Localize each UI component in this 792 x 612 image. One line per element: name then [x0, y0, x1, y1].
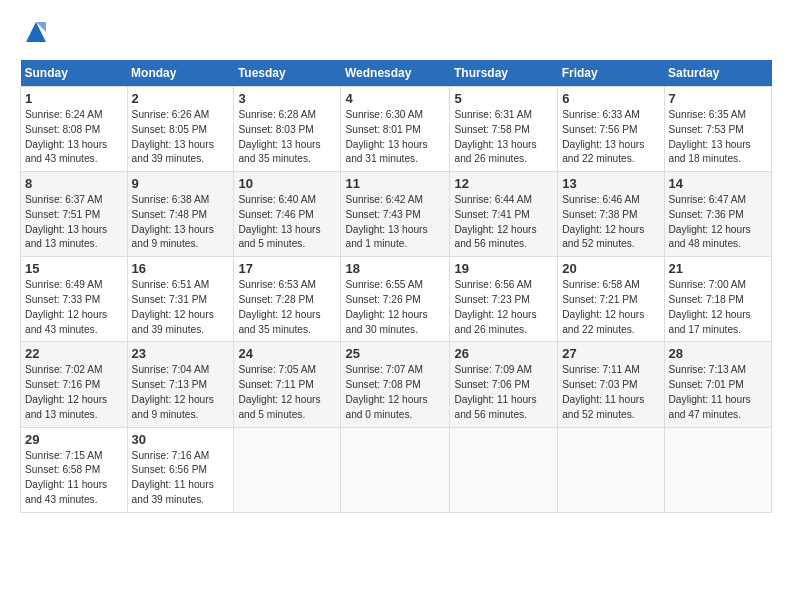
calendar-table: SundayMondayTuesdayWednesdayThursdayFrid…	[20, 60, 772, 513]
calendar-cell: 20Sunrise: 6:58 AMSunset: 7:21 PMDayligh…	[558, 257, 664, 342]
day-number: 28	[669, 346, 767, 361]
day-number: 3	[238, 91, 336, 106]
day-number: 30	[132, 432, 230, 447]
calendar-cell: 14Sunrise: 6:47 AMSunset: 7:36 PMDayligh…	[664, 172, 771, 257]
calendar-cell	[558, 427, 664, 512]
day-info: Sunrise: 6:31 AMSunset: 7:58 PMDaylight:…	[454, 108, 553, 167]
calendar-cell: 27Sunrise: 7:11 AMSunset: 7:03 PMDayligh…	[558, 342, 664, 427]
header-wednesday: Wednesday	[341, 60, 450, 87]
day-number: 14	[669, 176, 767, 191]
header-sunday: Sunday	[21, 60, 128, 87]
day-number: 6	[562, 91, 659, 106]
day-info: Sunrise: 6:40 AMSunset: 7:46 PMDaylight:…	[238, 193, 336, 252]
calendar-cell: 4Sunrise: 6:30 AMSunset: 8:01 PMDaylight…	[341, 87, 450, 172]
calendar-week-row: 29Sunrise: 7:15 AMSunset: 6:58 PMDayligh…	[21, 427, 772, 512]
day-number: 17	[238, 261, 336, 276]
day-info: Sunrise: 6:49 AMSunset: 7:33 PMDaylight:…	[25, 278, 123, 337]
day-number: 8	[25, 176, 123, 191]
day-number: 29	[25, 432, 123, 447]
day-info: Sunrise: 7:02 AMSunset: 7:16 PMDaylight:…	[25, 363, 123, 422]
calendar-cell: 1Sunrise: 6:24 AMSunset: 8:08 PMDaylight…	[21, 87, 128, 172]
calendar-cell: 17Sunrise: 6:53 AMSunset: 7:28 PMDayligh…	[234, 257, 341, 342]
calendar-cell: 22Sunrise: 7:02 AMSunset: 7:16 PMDayligh…	[21, 342, 128, 427]
calendar-cell: 15Sunrise: 6:49 AMSunset: 7:33 PMDayligh…	[21, 257, 128, 342]
day-number: 26	[454, 346, 553, 361]
calendar-cell: 5Sunrise: 6:31 AMSunset: 7:58 PMDaylight…	[450, 87, 558, 172]
calendar-cell: 8Sunrise: 6:37 AMSunset: 7:51 PMDaylight…	[21, 172, 128, 257]
day-number: 9	[132, 176, 230, 191]
calendar-cell: 19Sunrise: 6:56 AMSunset: 7:23 PMDayligh…	[450, 257, 558, 342]
day-info: Sunrise: 7:15 AMSunset: 6:58 PMDaylight:…	[25, 449, 123, 508]
day-info: Sunrise: 7:11 AMSunset: 7:03 PMDaylight:…	[562, 363, 659, 422]
day-number: 25	[345, 346, 445, 361]
day-info: Sunrise: 6:46 AMSunset: 7:38 PMDaylight:…	[562, 193, 659, 252]
calendar-cell: 3Sunrise: 6:28 AMSunset: 8:03 PMDaylight…	[234, 87, 341, 172]
header-thursday: Thursday	[450, 60, 558, 87]
calendar-cell: 29Sunrise: 7:15 AMSunset: 6:58 PMDayligh…	[21, 427, 128, 512]
calendar-cell: 13Sunrise: 6:46 AMSunset: 7:38 PMDayligh…	[558, 172, 664, 257]
day-info: Sunrise: 6:26 AMSunset: 8:05 PMDaylight:…	[132, 108, 230, 167]
day-number: 20	[562, 261, 659, 276]
day-number: 19	[454, 261, 553, 276]
calendar-week-row: 22Sunrise: 7:02 AMSunset: 7:16 PMDayligh…	[21, 342, 772, 427]
logo-icon	[22, 18, 50, 46]
calendar-cell: 10Sunrise: 6:40 AMSunset: 7:46 PMDayligh…	[234, 172, 341, 257]
calendar-cell: 25Sunrise: 7:07 AMSunset: 7:08 PMDayligh…	[341, 342, 450, 427]
logo	[20, 18, 50, 46]
calendar-cell: 6Sunrise: 6:33 AMSunset: 7:56 PMDaylight…	[558, 87, 664, 172]
day-number: 21	[669, 261, 767, 276]
day-number: 24	[238, 346, 336, 361]
day-number: 11	[345, 176, 445, 191]
day-info: Sunrise: 6:28 AMSunset: 8:03 PMDaylight:…	[238, 108, 336, 167]
day-info: Sunrise: 6:55 AMSunset: 7:26 PMDaylight:…	[345, 278, 445, 337]
day-info: Sunrise: 7:09 AMSunset: 7:06 PMDaylight:…	[454, 363, 553, 422]
day-number: 16	[132, 261, 230, 276]
calendar-cell: 28Sunrise: 7:13 AMSunset: 7:01 PMDayligh…	[664, 342, 771, 427]
calendar-cell	[234, 427, 341, 512]
day-info: Sunrise: 7:00 AMSunset: 7:18 PMDaylight:…	[669, 278, 767, 337]
day-info: Sunrise: 6:58 AMSunset: 7:21 PMDaylight:…	[562, 278, 659, 337]
day-info: Sunrise: 7:04 AMSunset: 7:13 PMDaylight:…	[132, 363, 230, 422]
day-info: Sunrise: 6:35 AMSunset: 7:53 PMDaylight:…	[669, 108, 767, 167]
day-info: Sunrise: 6:30 AMSunset: 8:01 PMDaylight:…	[345, 108, 445, 167]
day-info: Sunrise: 7:16 AMSunset: 6:56 PMDaylight:…	[132, 449, 230, 508]
day-number: 18	[345, 261, 445, 276]
day-info: Sunrise: 6:37 AMSunset: 7:51 PMDaylight:…	[25, 193, 123, 252]
day-number: 2	[132, 91, 230, 106]
day-info: Sunrise: 6:47 AMSunset: 7:36 PMDaylight:…	[669, 193, 767, 252]
calendar-cell	[664, 427, 771, 512]
day-info: Sunrise: 7:05 AMSunset: 7:11 PMDaylight:…	[238, 363, 336, 422]
header-friday: Friday	[558, 60, 664, 87]
day-info: Sunrise: 6:53 AMSunset: 7:28 PMDaylight:…	[238, 278, 336, 337]
header-monday: Monday	[127, 60, 234, 87]
calendar-cell	[450, 427, 558, 512]
day-number: 13	[562, 176, 659, 191]
calendar-cell: 30Sunrise: 7:16 AMSunset: 6:56 PMDayligh…	[127, 427, 234, 512]
day-info: Sunrise: 6:44 AMSunset: 7:41 PMDaylight:…	[454, 193, 553, 252]
calendar-cell: 9Sunrise: 6:38 AMSunset: 7:48 PMDaylight…	[127, 172, 234, 257]
day-number: 23	[132, 346, 230, 361]
calendar-cell: 24Sunrise: 7:05 AMSunset: 7:11 PMDayligh…	[234, 342, 341, 427]
calendar-week-row: 1Sunrise: 6:24 AMSunset: 8:08 PMDaylight…	[21, 87, 772, 172]
calendar-cell: 23Sunrise: 7:04 AMSunset: 7:13 PMDayligh…	[127, 342, 234, 427]
header-saturday: Saturday	[664, 60, 771, 87]
header	[20, 18, 772, 46]
calendar-cell: 2Sunrise: 6:26 AMSunset: 8:05 PMDaylight…	[127, 87, 234, 172]
day-info: Sunrise: 6:56 AMSunset: 7:23 PMDaylight:…	[454, 278, 553, 337]
day-number: 15	[25, 261, 123, 276]
day-info: Sunrise: 7:13 AMSunset: 7:01 PMDaylight:…	[669, 363, 767, 422]
header-tuesday: Tuesday	[234, 60, 341, 87]
day-info: Sunrise: 6:33 AMSunset: 7:56 PMDaylight:…	[562, 108, 659, 167]
day-info: Sunrise: 7:07 AMSunset: 7:08 PMDaylight:…	[345, 363, 445, 422]
calendar-week-row: 15Sunrise: 6:49 AMSunset: 7:33 PMDayligh…	[21, 257, 772, 342]
calendar-cell: 12Sunrise: 6:44 AMSunset: 7:41 PMDayligh…	[450, 172, 558, 257]
day-info: Sunrise: 6:24 AMSunset: 8:08 PMDaylight:…	[25, 108, 123, 167]
day-info: Sunrise: 6:38 AMSunset: 7:48 PMDaylight:…	[132, 193, 230, 252]
calendar-cell: 11Sunrise: 6:42 AMSunset: 7:43 PMDayligh…	[341, 172, 450, 257]
calendar-cell: 16Sunrise: 6:51 AMSunset: 7:31 PMDayligh…	[127, 257, 234, 342]
calendar-cell: 26Sunrise: 7:09 AMSunset: 7:06 PMDayligh…	[450, 342, 558, 427]
day-number: 7	[669, 91, 767, 106]
day-number: 4	[345, 91, 445, 106]
day-number: 5	[454, 91, 553, 106]
calendar-cell: 7Sunrise: 6:35 AMSunset: 7:53 PMDaylight…	[664, 87, 771, 172]
